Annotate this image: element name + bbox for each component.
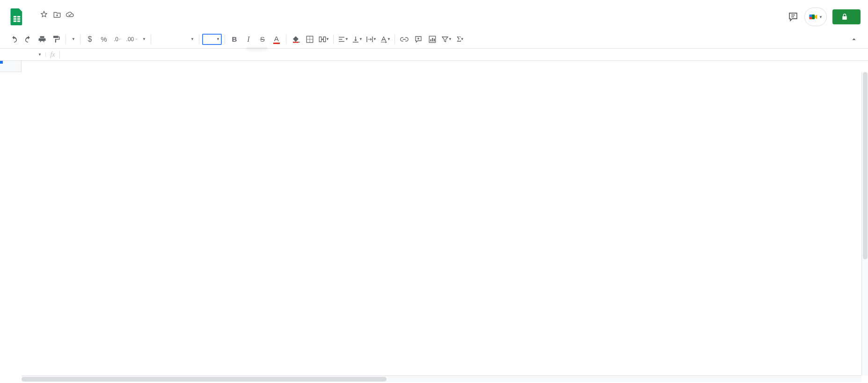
- select-all-corner[interactable]: [0, 61, 22, 72]
- print-button[interactable]: [36, 33, 49, 46]
- fx-icon: fx: [46, 51, 60, 59]
- menu-edit[interactable]: [37, 20, 44, 24]
- svg-rect-24: [432, 38, 433, 42]
- percent-button[interactable]: %: [97, 33, 110, 46]
- spreadsheet-grid: [0, 61, 868, 382]
- undo-button[interactable]: [7, 33, 21, 46]
- paint-format-button[interactable]: [50, 33, 63, 46]
- strikethrough-button[interactable]: S: [256, 33, 269, 46]
- svg-rect-23: [430, 39, 431, 42]
- increase-decimal-button[interactable]: .00→: [125, 33, 139, 46]
- menu-view[interactable]: [45, 20, 51, 24]
- insert-comment-button[interactable]: [412, 33, 425, 46]
- font-size-dropdown: [247, 48, 267, 49]
- cloud-status[interactable]: [66, 10, 76, 19]
- insert-chart-button[interactable]: [426, 33, 439, 46]
- redo-button[interactable]: [22, 33, 35, 46]
- horizontal-scrollbar[interactable]: [22, 376, 861, 382]
- menu-help[interactable]: [90, 20, 96, 24]
- vertical-align-button[interactable]: ▼: [350, 33, 364, 46]
- decrease-decimal-button[interactable]: .0←: [111, 33, 124, 46]
- menu-tools[interactable]: [75, 20, 81, 24]
- svg-rect-10: [293, 42, 299, 43]
- merge-cells-button[interactable]: ▼: [317, 33, 330, 46]
- italic-button[interactable]: I: [242, 33, 255, 46]
- functions-button[interactable]: Σ▼: [454, 33, 467, 46]
- text-color-button[interactable]: A: [270, 33, 283, 46]
- menu-file[interactable]: [30, 20, 36, 24]
- collapse-toolbar-button[interactable]: [847, 33, 861, 46]
- font-size-dropdown-trigger[interactable]: ▼: [215, 37, 221, 41]
- share-button[interactable]: [832, 9, 861, 24]
- title-bar: ▼: [0, 0, 868, 30]
- sheets-logo[interactable]: [7, 7, 26, 26]
- currency-button[interactable]: $: [83, 33, 96, 46]
- font-family-select[interactable]: ▼: [154, 37, 196, 41]
- vertical-scrollbar[interactable]: [861, 72, 868, 376]
- svg-rect-9: [810, 17, 812, 19]
- document-title[interactable]: [30, 14, 36, 15]
- text-wrap-button[interactable]: ▼: [365, 33, 378, 46]
- name-box[interactable]: ▼: [0, 52, 46, 57]
- svg-rect-25: [434, 38, 435, 41]
- menu-format[interactable]: [60, 20, 66, 24]
- menu-data[interactable]: [67, 20, 74, 24]
- bold-button[interactable]: B: [228, 33, 241, 46]
- toolbar: ▼ $ % .0← .00→ ▼ ▼ ▼ B I S A ▼ ▼ ▼ ▼ ▼ ▼…: [0, 30, 868, 49]
- horizontal-align-button[interactable]: ▼: [336, 33, 350, 46]
- menu-insert[interactable]: [52, 20, 59, 24]
- move-icon[interactable]: [52, 10, 62, 19]
- meet-button[interactable]: ▼: [804, 7, 827, 26]
- font-size-input[interactable]: ▼: [202, 34, 222, 45]
- svg-rect-8: [810, 15, 812, 17]
- star-icon[interactable]: [39, 10, 49, 19]
- insert-link-button[interactable]: [398, 33, 411, 46]
- fill-color-button[interactable]: [289, 33, 302, 46]
- formula-bar: ▼ fx: [0, 49, 868, 61]
- text-rotation-button[interactable]: ▼: [379, 33, 392, 46]
- borders-button[interactable]: [303, 33, 316, 46]
- font-size-field[interactable]: [203, 36, 216, 43]
- menu-extensions[interactable]: [82, 20, 89, 24]
- filter-button[interactable]: ▼: [440, 33, 453, 46]
- number-format-select[interactable]: ▼: [139, 37, 148, 41]
- zoom-select[interactable]: ▼: [69, 37, 77, 41]
- menu-bar: [30, 20, 780, 24]
- comments-icon[interactable]: [788, 11, 799, 22]
